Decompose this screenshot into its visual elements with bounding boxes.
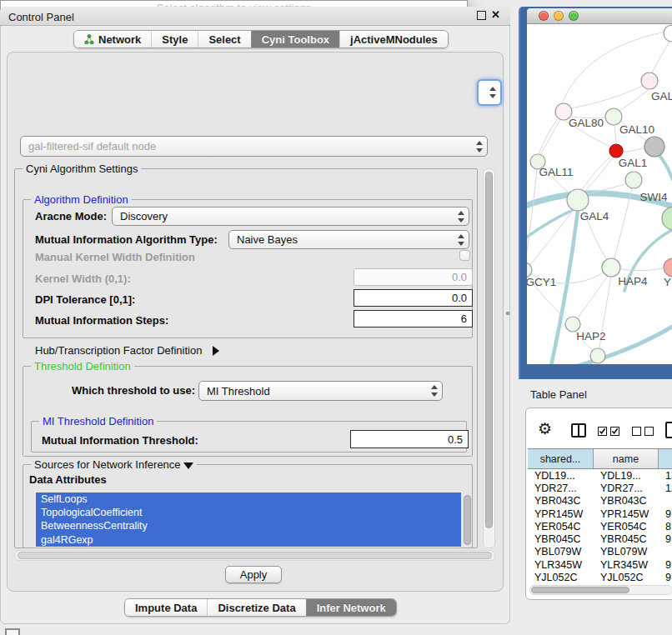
combo-stepper-icon: [429, 385, 439, 397]
network-edge: [585, 158, 613, 191]
network-selector-value: gal-filtered-sif default node: [28, 140, 156, 152]
tab-select[interactable]: Select: [198, 31, 250, 48]
table-row[interactable]: YPR145WYPR145W9.: [528, 508, 672, 520]
kernel-width-field[interactable]: 0.0: [354, 268, 473, 286]
table-cell: 12: [659, 482, 672, 494]
table-cell: YJL052C: [528, 572, 594, 583]
document-icon[interactable]: [665, 422, 672, 438]
tab-jactivemnodules[interactable]: jActiveMNodules: [339, 31, 448, 48]
network-node[interactable]: [664, 258, 672, 277]
tab-infer-network[interactable]: Infer Network: [306, 599, 396, 616]
gear-icon[interactable]: ⚙: [538, 421, 552, 437]
inference-algorithm-combo-fragment[interactable]: [477, 79, 502, 106]
network-edge: [582, 157, 610, 190]
network-edge: [620, 268, 663, 271]
network-selector-combo[interactable]: gal-filtered-sif default node: [20, 136, 488, 157]
tab-style[interactable]: Style: [151, 31, 198, 48]
attributes-scrollbar-thumb[interactable]: [464, 495, 471, 545]
network-node[interactable]: [664, 25, 672, 42]
network-node-label: GAL80: [569, 117, 604, 129]
float-window-button[interactable]: [477, 11, 486, 20]
network-edge: [539, 120, 557, 154]
table-cell: YJL052C: [594, 572, 659, 583]
network-node[interactable]: [625, 172, 642, 188]
sources-legend[interactable]: Sources for Network Inference: [31, 458, 197, 471]
tab-label: Style: [162, 33, 188, 46]
mi-type-combo[interactable]: Naive Bayes: [228, 230, 469, 249]
table-row[interactable]: YBL079WYBL079W: [528, 546, 672, 558]
zoom-traffic-icon[interactable]: [569, 11, 579, 21]
table-row[interactable]: YBR043CYBR043C: [528, 495, 672, 508]
network-node[interactable]: [641, 72, 658, 89]
settings-hscrollbar-thumb[interactable]: [18, 552, 492, 559]
manual-kernel-checkbox[interactable]: [459, 250, 470, 261]
network-node[interactable]: [590, 348, 605, 363]
attribute-item[interactable]: gal4RGexp: [36, 533, 461, 547]
manual-kernel-label: Manual Kernel Width Definition: [35, 251, 195, 263]
attribute-item[interactable]: BetweennessCentrality: [36, 519, 461, 532]
close-icon[interactable]: ✕: [491, 8, 500, 21]
column-header-extra[interactable]: [659, 449, 672, 468]
which-threshold-combo[interactable]: MI Threshold: [198, 381, 443, 401]
network-node[interactable]: [662, 207, 672, 230]
table-cell: YBR045C: [528, 533, 594, 545]
collapse-down-icon: [183, 462, 193, 469]
table-row[interactable]: YLR345WYLR345W9.: [528, 558, 672, 571]
network-edge: [530, 211, 573, 265]
table-cell: YLR345W: [594, 559, 659, 571]
network-edge: [527, 210, 573, 250]
dpi-tolerance-field[interactable]: 0.0: [354, 289, 473, 307]
network-node-label: GCY1: [527, 276, 556, 288]
aracne-mode-combo[interactable]: Discovery: [112, 207, 469, 226]
expand-right-icon: [213, 346, 219, 356]
network-node[interactable]: [567, 189, 589, 211]
attribute-item[interactable]: TopologicalCoefficient: [36, 506, 461, 519]
table-row[interactable]: YER054CYER054C8.: [528, 520, 672, 532]
table-cell: YLR345W: [528, 559, 594, 571]
attribute-item[interactable]: SelfLoops: [36, 492, 461, 506]
table-cell: YBL079W: [594, 546, 659, 558]
table-row[interactable]: YJL052CYJL052C9: [528, 571, 672, 583]
data-attributes-label: Data Attributes: [29, 473, 107, 486]
tab-network[interactable]: Network: [74, 31, 151, 48]
mi-threshold-field[interactable]: 0.5: [350, 430, 469, 448]
tab-discretize-data[interactable]: Discretize Data: [207, 599, 305, 616]
mi-steps-field[interactable]: 6: [354, 310, 473, 328]
checked-box-icon[interactable]: [598, 427, 607, 436]
unchecked-box-icon[interactable]: [644, 427, 654, 436]
table-cell: YDL19...: [528, 470, 594, 482]
splitter-handle[interactable]: [506, 312, 509, 315]
settings-vscrollbar-thumb[interactable]: [485, 172, 493, 528]
network-canvas[interactable]: GALGAL80GAL10GAL1GAL11SWI4GAL4GCY1HAP4YH…: [527, 24, 672, 364]
table-row[interactable]: YBR045CYBR045C9.: [528, 532, 672, 545]
network-window-titlebar[interactable]: [527, 8, 672, 24]
aracne-mode-label: Aracne Mode:: [35, 210, 107, 222]
checked-box-icon[interactable]: [610, 427, 619, 436]
network-node[interactable]: [602, 258, 620, 277]
table-cell: YDR27...: [528, 482, 594, 494]
network-node-label: SWI4: [639, 191, 667, 203]
tab-impute-data[interactable]: Impute Data: [125, 599, 207, 616]
column-header-shared...[interactable]: shared...: [528, 449, 594, 468]
minimize-traffic-icon[interactable]: [554, 11, 564, 21]
data-attributes-list: SelfLoopsTopologicalCoefficientBetweenne…: [36, 492, 461, 548]
network-node[interactable]: [605, 108, 622, 125]
apply-button[interactable]: Apply: [225, 566, 282, 583]
column-header-name[interactable]: name: [594, 449, 659, 468]
mi-threshold-legend: MI Threshold Definition: [39, 415, 157, 428]
hub-definition-disclosure[interactable]: Hub/Transcription Factor Definition: [35, 344, 219, 357]
unchecked-box-icon[interactable]: [632, 427, 641, 436]
tab-cyni-toolbox[interactable]: Cyni Toolbox: [251, 31, 339, 48]
close-traffic-icon[interactable]: [539, 11, 549, 21]
table-cell: YPR145W: [594, 508, 659, 520]
table-cell: YER054C: [594, 521, 659, 532]
network-node[interactable]: [644, 137, 664, 157]
table-header: shared...name: [528, 448, 672, 469]
table-row[interactable]: YDR27...YDR27...12: [528, 482, 672, 494]
table-row[interactable]: YDL19...YDL19...13: [528, 469, 672, 482]
split-columns-icon[interactable]: [571, 423, 586, 438]
tab-label: Cyni Toolbox: [262, 33, 329, 46]
table-cell: 9.: [659, 533, 672, 545]
table-hscrollbar-thumb[interactable]: [531, 587, 629, 593]
network-node[interactable]: [609, 144, 623, 158]
